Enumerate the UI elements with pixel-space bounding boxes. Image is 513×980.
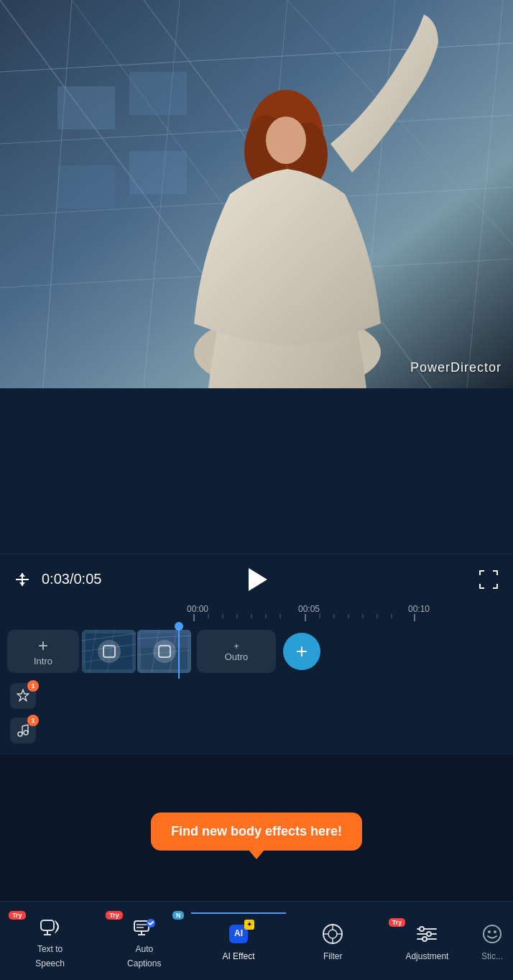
effects-track-row: 1 xyxy=(0,679,513,713)
clip-1-icon xyxy=(98,640,121,663)
nav-item-ai-effect[interactable]: AI ✦ AI Effect xyxy=(191,912,285,968)
svg-rect-14 xyxy=(57,86,115,129)
sticker-label: Stic... xyxy=(481,951,503,961)
outro-button[interactable]: + Outro xyxy=(197,630,276,673)
nav-item-adjustment[interactable]: Try Adjustment xyxy=(380,914,474,968)
svg-point-23 xyxy=(266,116,306,164)
music-icon xyxy=(15,723,31,738)
effects-track-icon[interactable]: 1 xyxy=(10,683,36,709)
clip-2-icon xyxy=(153,640,176,663)
ai-effect-icon: AI ✦ xyxy=(226,921,251,947)
dark-section xyxy=(0,388,513,554)
nav-item-auto-captions[interactable]: Try N Auto Captions xyxy=(97,907,191,976)
svg-marker-26 xyxy=(19,573,25,577)
svg-point-84 xyxy=(427,932,431,936)
outro-plus-icon: + xyxy=(234,641,239,651)
n-badge-captions: N xyxy=(172,911,185,920)
play-button[interactable] xyxy=(239,562,274,597)
bottom-nav: Try Text to Speech Try N xyxy=(0,901,513,980)
add-clip-button[interactable]: + xyxy=(283,633,320,670)
playhead xyxy=(178,624,180,679)
music-track-row: 1 xyxy=(0,713,513,748)
music-track-icon[interactable]: 1 xyxy=(10,718,36,743)
svg-rect-63 xyxy=(41,920,54,930)
effects-badge: 1 xyxy=(27,680,39,692)
nav-item-text-to-speech[interactable]: Try Text to Speech xyxy=(3,907,97,976)
timeline-ruler: 00:00 00:05 00:10 xyxy=(79,604,513,624)
svg-rect-16 xyxy=(57,165,115,209)
svg-point-61 xyxy=(24,731,28,735)
filter-label: Filter xyxy=(323,951,343,961)
tts-label-line1: Text to xyxy=(37,944,63,954)
try-badge-adjustment: Try xyxy=(389,918,406,927)
ruler-mark-0: 00:00 xyxy=(187,604,208,614)
video-clip-1[interactable] xyxy=(82,630,136,673)
outro-label: Outro xyxy=(225,651,249,662)
captions-label-line1: Auto xyxy=(135,944,153,954)
ruler-mark-1: 00:05 xyxy=(298,604,320,614)
main-track-row: + Intro xyxy=(0,624,513,679)
captions-label-line2: Captions xyxy=(127,958,161,968)
ruler-mark-2: 00:10 xyxy=(408,604,430,614)
svg-rect-17 xyxy=(129,151,187,194)
auto-captions-icon xyxy=(131,914,157,940)
tooltip-text: Find new body effects here! xyxy=(171,824,342,838)
controls-bar: 0:03/0:05 xyxy=(0,554,513,604)
svg-point-88 xyxy=(494,930,496,933)
play-icon xyxy=(249,568,267,591)
clip-2-inner xyxy=(158,645,171,658)
tts-label-line2: Speech xyxy=(35,958,65,968)
timeline-area: 00:00 00:05 00:10 xyxy=(0,604,513,755)
tooltip-bubble: Find new body effects here! xyxy=(151,812,362,851)
svg-rect-15 xyxy=(129,72,187,115)
watermark: PowerDirector xyxy=(410,360,502,375)
clip-1-inner xyxy=(103,645,116,658)
music-badge: 1 xyxy=(27,715,39,726)
intro-plus-icon: + xyxy=(38,637,48,654)
glass-overlay xyxy=(0,0,513,388)
effects-icon xyxy=(15,688,31,704)
playhead-handle[interactable] xyxy=(175,622,183,631)
try-badge-captions: Try xyxy=(106,911,123,920)
nav-item-filter[interactable]: Filter xyxy=(286,914,380,968)
video-clip-2[interactable] xyxy=(137,630,191,673)
svg-point-75 xyxy=(328,930,337,938)
adjustment-icon xyxy=(414,921,440,947)
sticker-icon xyxy=(479,921,505,947)
filter-icon xyxy=(320,921,346,947)
expand-icon[interactable] xyxy=(14,572,30,587)
video-preview: PowerDirector xyxy=(0,0,513,388)
intro-label: Intro xyxy=(34,656,52,667)
intro-button[interactable]: + Intro xyxy=(7,630,79,673)
fullscreen-button[interactable] xyxy=(479,569,499,590)
try-badge-tts: Try xyxy=(9,911,26,920)
svg-point-87 xyxy=(488,930,491,933)
svg-line-60 xyxy=(22,725,28,726)
adjustment-label: Adjustment xyxy=(405,951,448,961)
nav-item-sticker[interactable]: Stic... xyxy=(474,914,510,968)
svg-marker-57 xyxy=(17,690,29,701)
svg-rect-66 xyxy=(134,921,149,931)
svg-point-85 xyxy=(422,937,427,941)
svg-marker-27 xyxy=(19,582,25,586)
sparkle-badge: ✦ xyxy=(244,920,254,930)
svg-text:AI: AI xyxy=(234,928,243,938)
text-to-speech-icon xyxy=(37,914,63,940)
glass-lines-svg xyxy=(0,0,513,388)
add-clip-icon: + xyxy=(296,641,308,661)
svg-point-83 xyxy=(420,927,424,931)
svg-point-86 xyxy=(484,925,501,943)
ai-effect-label: AI Effect xyxy=(222,951,254,961)
track-content: + Intro xyxy=(0,624,513,679)
svg-point-58 xyxy=(18,732,22,736)
